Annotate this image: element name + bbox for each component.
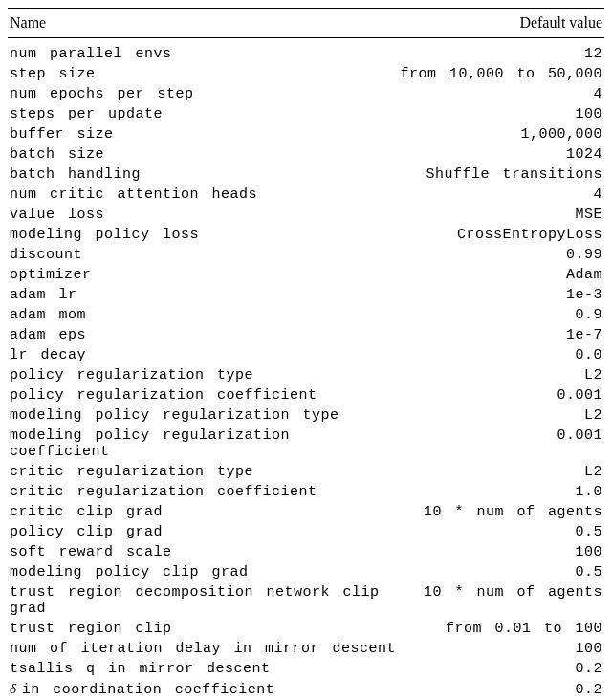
- param-value: 100: [398, 542, 604, 562]
- param-value: 0.0: [398, 345, 604, 365]
- table-row: num parallel envs12: [8, 38, 604, 65]
- param-name: modeling policy loss: [8, 225, 398, 245]
- table-row: trust region clipfrom 0.01 to 100: [8, 619, 604, 639]
- table-row: num critic attention heads4: [8, 185, 604, 205]
- param-value: 0.5: [398, 562, 604, 582]
- param-name: num of iteration delay in mirror descent: [8, 639, 398, 659]
- param-value: 0.99: [398, 245, 604, 265]
- table-row: critic regularization typeL2: [8, 462, 604, 482]
- table-row: step sizefrom 10,000 to 50,000: [8, 64, 604, 84]
- param-name: δ in coordination coefficient: [8, 679, 398, 700]
- table-row: modeling policy regularization typeL2: [8, 405, 604, 426]
- param-name: critic regularization coefficient: [8, 482, 398, 502]
- param-value: 0.001: [398, 426, 604, 462]
- param-value: 1,000,000: [398, 124, 604, 144]
- param-name: critic clip grad: [8, 502, 398, 522]
- param-name: discount: [8, 245, 398, 265]
- table-row: value lossMSE: [8, 205, 604, 225]
- param-value: from 0.01 to 100: [398, 619, 604, 639]
- table-row: batch size1024: [8, 144, 604, 164]
- table-row: batch handlingShuffle transitions: [8, 164, 604, 185]
- table-row: policy clip grad0.5: [8, 522, 604, 542]
- param-name: value loss: [8, 205, 398, 225]
- param-name: buffer size: [8, 124, 398, 144]
- param-value: MSE: [398, 205, 604, 225]
- param-name: trust region clip: [8, 619, 398, 639]
- table-row: trust region decomposition network clip …: [8, 582, 604, 619]
- param-name: batch size: [8, 144, 398, 164]
- table-header-row: Name Default value: [8, 9, 604, 38]
- param-value: 100: [398, 104, 604, 124]
- param-value: Shuffle transitions: [398, 164, 604, 185]
- param-name: steps per update: [8, 104, 398, 124]
- table-row: modeling policy clip grad0.5: [8, 562, 604, 582]
- param-name: critic regularization type: [8, 462, 398, 482]
- param-name: policy regularization coefficient: [8, 385, 398, 405]
- table-row: soft reward scale100: [8, 542, 604, 562]
- param-name: adam eps: [8, 325, 398, 345]
- param-value: 10 * num of agents: [398, 502, 604, 522]
- table-row: policy regularization coefficient0.001: [8, 385, 604, 405]
- table-row: critic clip grad10 * num of agents: [8, 502, 604, 522]
- param-value: 0.5: [398, 522, 604, 542]
- param-value: 4: [398, 84, 604, 104]
- param-name: policy clip grad: [8, 522, 398, 542]
- param-value: 12: [398, 38, 604, 65]
- table-row: policy regularization typeL2: [8, 365, 604, 385]
- table-row: lr decay0.0: [8, 345, 604, 365]
- table-row: tsallis q in mirror descent0.2: [8, 659, 604, 679]
- param-name: modeling policy regularization type: [8, 405, 398, 426]
- param-value: 10 * num of agents: [398, 582, 604, 619]
- table-row: modeling policy regularization coefficie…: [8, 426, 604, 462]
- param-value: 0.9: [398, 305, 604, 325]
- param-name: num epochs per step: [8, 84, 398, 104]
- param-value: 1e-7: [398, 325, 604, 345]
- param-value: 0.001: [398, 385, 604, 405]
- param-name: num critic attention heads: [8, 185, 398, 205]
- param-value: L2: [398, 365, 604, 385]
- param-value: from 10,000 to 50,000: [398, 64, 604, 84]
- param-value: Adam: [398, 265, 604, 285]
- hyperparameter-table-wrap: Name Default value num parallel envs12st…: [0, 0, 612, 700]
- param-name: policy regularization type: [8, 365, 398, 385]
- param-name: tsallis q in mirror descent: [8, 659, 398, 679]
- param-name: step size: [8, 64, 398, 84]
- table-row: δ in coordination coefficient0.2: [8, 679, 604, 700]
- param-name: adam mom: [8, 305, 398, 325]
- param-value: L2: [398, 462, 604, 482]
- param-name: batch handling: [8, 164, 398, 185]
- param-name: adam lr: [8, 285, 398, 305]
- param-name: lr decay: [8, 345, 398, 365]
- table-row: steps per update100: [8, 104, 604, 124]
- table-row: buffer size1,000,000: [8, 124, 604, 144]
- param-name: soft reward scale: [8, 542, 398, 562]
- param-value: 4: [398, 185, 604, 205]
- param-name: trust region decomposition network clip …: [8, 582, 398, 619]
- col-header-name: Name: [8, 9, 398, 38]
- param-name: modeling policy regularization coefficie…: [8, 426, 398, 462]
- table-row: adam eps1e-7: [8, 325, 604, 345]
- table-row: discount0.99: [8, 245, 604, 265]
- param-value: 100: [398, 639, 604, 659]
- hyperparameter-table: Name Default value num parallel envs12st…: [8, 8, 604, 700]
- col-header-value: Default value: [398, 9, 604, 38]
- table-row: adam mom0.9: [8, 305, 604, 325]
- param-value: 1.0: [398, 482, 604, 502]
- param-value: L2: [398, 405, 604, 426]
- param-value: CrossEntropyLoss: [398, 225, 604, 245]
- param-value: 1024: [398, 144, 604, 164]
- table-row: optimizerAdam: [8, 265, 604, 285]
- table-row: num epochs per step4: [8, 84, 604, 104]
- table-row: adam lr1e-3: [8, 285, 604, 305]
- param-name: modeling policy clip grad: [8, 562, 398, 582]
- param-value: 0.2: [398, 679, 604, 700]
- param-value: 1e-3: [398, 285, 604, 305]
- param-name: num parallel envs: [8, 38, 398, 65]
- table-row: modeling policy lossCrossEntropyLoss: [8, 225, 604, 245]
- param-value: 0.2: [398, 659, 604, 679]
- param-name: optimizer: [8, 265, 398, 285]
- table-row: num of iteration delay in mirror descent…: [8, 639, 604, 659]
- table-row: critic regularization coefficient1.0: [8, 482, 604, 502]
